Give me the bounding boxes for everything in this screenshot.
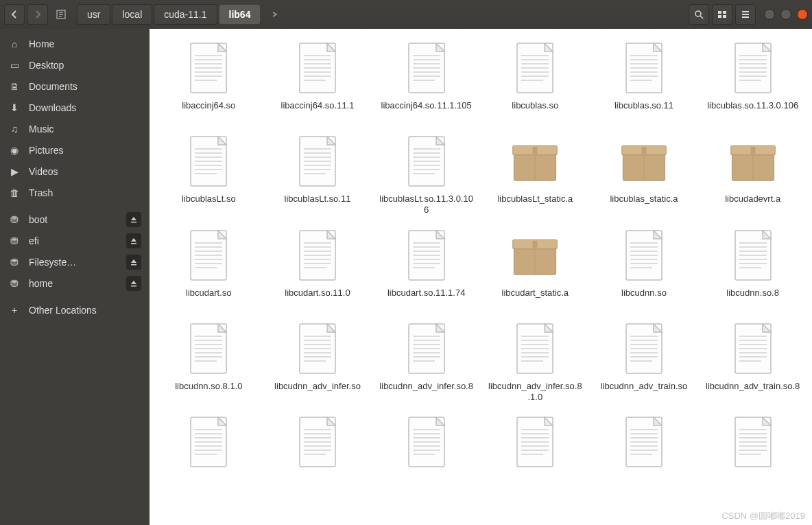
sidebar-item[interactable]: ▭Desktop — [0, 54, 150, 75]
sidebar-item[interactable]: ♫Music — [0, 118, 150, 139]
file-item[interactable]: libcublasLt.so — [156, 130, 261, 219]
file-item[interactable]: libcudnn.so — [592, 224, 697, 312]
forward-button[interactable] — [27, 4, 48, 25]
file-label: libaccinj64.so.11.1.105 — [381, 100, 472, 122]
document-icon — [622, 416, 666, 469]
breadcrumb-more[interactable] — [265, 4, 285, 25]
file-item[interactable]: libcudart.so.11.0 — [265, 224, 370, 312]
sidebar-item[interactable]: ⌂Home — [0, 33, 150, 54]
file-item[interactable]: libcudnn_adv_infer.so.8 — [374, 318, 479, 406]
svg-rect-23 — [131, 243, 136, 244]
sidebar-item-label: Home — [29, 38, 54, 49]
back-button[interactable] — [4, 4, 25, 25]
file-label: libcublasLt.so.11.3.0.106 — [379, 194, 475, 216]
file-item[interactable]: libaccinj64.so.11.1.105 — [374, 37, 479, 125]
document-icon — [405, 135, 449, 189]
breadcrumb-segment[interactable]: usr — [77, 4, 110, 25]
document-icon — [513, 42, 557, 95]
file-item[interactable]: libcudadevrt.a — [700, 130, 805, 219]
file-item[interactable]: libaccinj64.so.11.1 — [265, 37, 370, 125]
document-icon — [405, 323, 449, 376]
svg-point-13 — [695, 11, 701, 16]
sidebar-item-label: Other Locations — [29, 305, 97, 316]
file-item[interactable]: libcudnn_adv_train.so.8 — [700, 318, 805, 406]
search-button[interactable] — [689, 4, 709, 25]
breadcrumb-segment[interactable]: local — [112, 4, 152, 25]
file-label: libcudnn_adv_infer.so.8.1.0 — [487, 381, 583, 404]
breadcrumb-segment[interactable]: cuda-11.1 — [154, 4, 217, 25]
eject-button[interactable] — [126, 233, 141, 248]
maximize-button[interactable] — [780, 9, 791, 20]
file-item[interactable]: libcudnn.so.8.1.0 — [156, 318, 261, 406]
disk-icon: ⛃ — [8, 257, 21, 268]
pictures-icon: ◉ — [8, 145, 21, 156]
archive-icon — [512, 230, 558, 282]
file-view[interactable]: libaccinj64.solibaccinj64.so.11.1libacci… — [150, 29, 812, 525]
breadcrumb: usrlocalcuda-11.1lib64 — [77, 4, 262, 25]
file-item[interactable]: libcublasLt.so.11 — [265, 130, 370, 219]
sidebar-item[interactable]: ⛃boot — [0, 209, 150, 230]
trash-icon: 🗑 — [8, 187, 21, 198]
view-toggle-button[interactable] — [712, 4, 732, 25]
document-icon — [731, 42, 775, 95]
svg-rect-16 — [723, 11, 726, 14]
file-label: libcudadevrt.a — [725, 194, 780, 215]
file-item[interactable]: libcublas.so.11.3.0.106 — [700, 37, 805, 125]
file-item[interactable] — [592, 411, 697, 499]
sidebar-item[interactable]: ◉Pictures — [0, 139, 150, 161]
sidebar-item[interactable]: ⛃home — [0, 272, 150, 294]
file-item[interactable]: libcublas.so — [483, 37, 588, 125]
sidebar-item[interactable]: 🗎Documents — [0, 75, 150, 97]
svg-rect-25 — [131, 285, 136, 287]
svg-rect-18 — [723, 15, 726, 18]
eject-button[interactable] — [126, 276, 141, 291]
file-item[interactable] — [700, 411, 805, 499]
download-icon: ⬇ — [8, 102, 21, 113]
sidebar-item[interactable]: 🗑Trash — [0, 182, 150, 203]
file-item[interactable]: libcudart_static.a — [483, 224, 588, 312]
music-icon: ♫ — [8, 124, 21, 135]
document-icon — [405, 416, 449, 469]
close-button[interactable] — [797, 9, 808, 20]
eject-button[interactable] — [126, 255, 141, 270]
file-item[interactable]: libcudnn_adv_train.so — [592, 318, 697, 406]
document-icon — [622, 42, 666, 95]
desktop-icon: ▭ — [8, 60, 21, 71]
file-item[interactable]: libcudnn_adv_infer.so — [265, 318, 370, 406]
breadcrumb-segment[interactable]: lib64 — [219, 4, 261, 25]
file-item[interactable]: libcudart.so.11.1.74 — [374, 224, 479, 312]
document-icon — [731, 323, 775, 376]
file-item[interactable] — [374, 411, 479, 499]
file-item[interactable]: libaccinj64.so — [156, 37, 261, 125]
file-item[interactable]: libcublas_static.a — [592, 130, 697, 219]
toolbar: usrlocalcuda-11.1lib64 — [0, 0, 812, 29]
menu-button[interactable] — [735, 4, 756, 25]
sidebar-item[interactable]: ⬇Downloads — [0, 97, 150, 118]
minimize-button[interactable] — [764, 9, 775, 20]
document-icon — [296, 416, 339, 469]
svg-rect-15 — [718, 11, 721, 14]
file-item[interactable]: libcudnn_adv_infer.so.8.1.0 — [483, 318, 588, 406]
file-item[interactable] — [265, 411, 370, 499]
svg-line-14 — [700, 16, 703, 19]
svg-rect-24 — [131, 264, 136, 266]
sidebar-item[interactable]: ⛃Filesyste… — [0, 251, 150, 272]
document-icon — [513, 416, 557, 469]
sidebar-item[interactable]: ▶Videos — [0, 161, 150, 182]
sidebar-item[interactable]: +Other Locations — [0, 299, 150, 320]
file-item[interactable]: libcublasLt_static.a — [483, 130, 588, 219]
document-icon — [513, 323, 557, 376]
file-item[interactable]: libcudnn.so.8 — [700, 224, 805, 312]
document-icon — [731, 229, 775, 283]
sidebar-item-label: home — [29, 278, 53, 289]
file-item[interactable] — [156, 411, 261, 499]
file-item[interactable]: libcudart.so — [156, 224, 261, 312]
path-icon[interactable] — [51, 4, 71, 25]
file-item[interactable]: libcublasLt.so.11.3.0.106 — [374, 130, 479, 219]
file-item[interactable] — [483, 411, 588, 499]
eject-button[interactable] — [126, 212, 141, 227]
sidebar-item[interactable]: ⛃efi — [0, 230, 150, 251]
file-item[interactable]: libcublas.so.11 — [592, 37, 697, 125]
file-label: libcublasLt.so — [182, 194, 236, 215]
file-label: libcublas.so.11 — [614, 100, 673, 122]
